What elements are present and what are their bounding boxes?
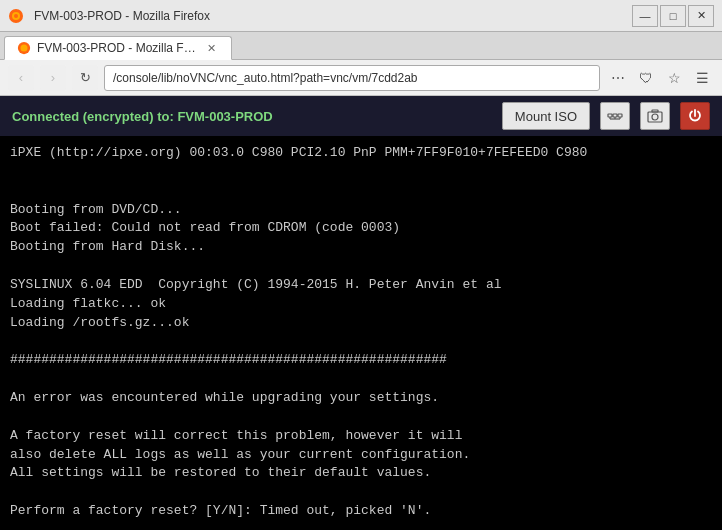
svg-point-2 bbox=[14, 14, 18, 18]
tab-bar: FVM-003-PROD - Mozilla Firefox ✕ bbox=[0, 32, 722, 60]
power-icon bbox=[687, 108, 703, 124]
address-input[interactable] bbox=[104, 65, 600, 91]
mount-iso-button[interactable]: Mount ISO bbox=[502, 102, 590, 130]
tab-favicon bbox=[17, 41, 31, 55]
vnc-terminal[interactable]: iPXE (http://ipxe.org) 00:03.0 C980 PCI2… bbox=[0, 136, 722, 530]
camera-icon bbox=[647, 108, 663, 124]
svg-point-13 bbox=[652, 114, 658, 120]
svg-rect-14 bbox=[652, 110, 658, 112]
tab-label: FVM-003-PROD - Mozilla Firefox bbox=[37, 41, 197, 55]
power-button[interactable] bbox=[680, 102, 710, 130]
firefox-icon bbox=[8, 8, 24, 24]
active-tab[interactable]: FVM-003-PROD - Mozilla Firefox ✕ bbox=[4, 36, 232, 60]
browser-titlebar: FVM-003-PROD - Mozilla Firefox — □ ✕ bbox=[0, 0, 722, 32]
close-button[interactable]: ✕ bbox=[688, 5, 714, 27]
network-icon-btn[interactable] bbox=[600, 102, 630, 130]
address-icons: ⋯ 🛡 ☆ ☰ bbox=[606, 66, 714, 90]
bookmark-icon-btn[interactable]: ☆ bbox=[662, 66, 686, 90]
shield-icon-btn[interactable]: 🛡 bbox=[634, 66, 658, 90]
svg-point-4 bbox=[21, 45, 28, 52]
window-controls: — □ ✕ bbox=[632, 5, 714, 27]
app-header: Connected (encrypted) to: FVM-003-PROD M… bbox=[0, 96, 722, 136]
tab-close-button[interactable]: ✕ bbox=[203, 40, 219, 56]
back-button[interactable]: ‹ bbox=[8, 65, 34, 91]
minimize-button[interactable]: — bbox=[632, 5, 658, 27]
maximize-button[interactable]: □ bbox=[660, 5, 686, 27]
svg-rect-6 bbox=[613, 114, 617, 117]
more-options-button[interactable]: ⋯ bbox=[606, 66, 630, 90]
address-bar: ‹ › ↻ ⋯ 🛡 ☆ ☰ bbox=[0, 60, 722, 96]
window-title: FVM-003-PROD - Mozilla Firefox bbox=[34, 9, 626, 23]
svg-rect-7 bbox=[618, 114, 622, 117]
forward-button[interactable]: › bbox=[40, 65, 66, 91]
network-icon bbox=[607, 108, 623, 124]
screenshot-icon-btn[interactable] bbox=[640, 102, 670, 130]
hamburger-menu-button[interactable]: ☰ bbox=[690, 66, 714, 90]
svg-rect-5 bbox=[608, 114, 612, 117]
refresh-button[interactable]: ↻ bbox=[72, 65, 98, 91]
connected-text: Connected (encrypted) to: FVM-003-PROD bbox=[12, 109, 492, 124]
content-area: Connected (encrypted) to: FVM-003-PROD M… bbox=[0, 96, 722, 530]
